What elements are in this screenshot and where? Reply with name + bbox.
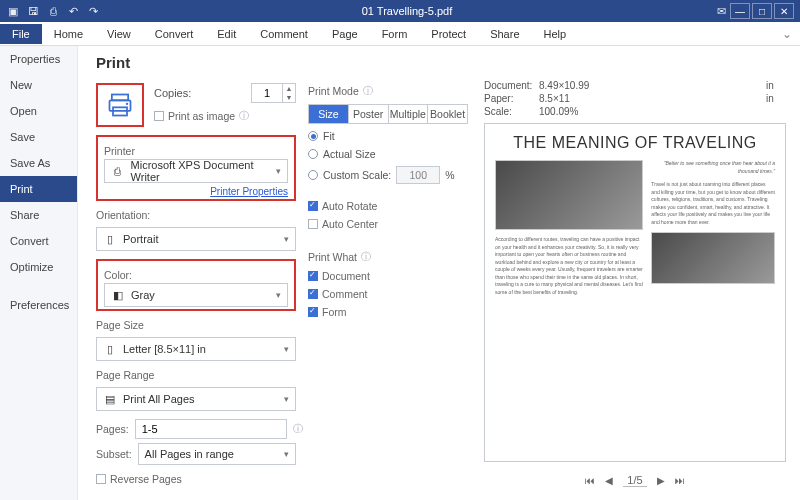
- preview-page-title: THE MEANING OF TRAVELING: [495, 134, 775, 152]
- save-icon[interactable]: 🖫: [26, 4, 40, 18]
- printer-properties-link[interactable]: Printer Properties: [104, 186, 288, 197]
- undo-icon[interactable]: ↶: [66, 4, 80, 18]
- paper-value: 8.5×11: [539, 93, 766, 104]
- scale-value: 100.09%: [539, 106, 766, 117]
- pagesize-value: Letter [8.5×11] in: [123, 343, 206, 355]
- preview-image-placeholder: [651, 232, 775, 284]
- radio-custom[interactable]: [308, 170, 318, 180]
- pw-form-label: Form: [322, 306, 347, 318]
- pager-first-icon[interactable]: ⏮: [585, 475, 595, 486]
- copies-input[interactable]: [252, 87, 282, 99]
- page-total: /5: [633, 474, 642, 486]
- copies-down-icon[interactable]: ▼: [283, 93, 295, 102]
- pager-last-icon[interactable]: ⏭: [675, 475, 685, 486]
- printer-section-highlight: Printer ⎙ Microsoft XPS Document Writer …: [96, 135, 296, 201]
- printer-label: Printer: [104, 145, 288, 157]
- menu-view[interactable]: View: [95, 24, 143, 44]
- auto-center-checkbox[interactable]: [308, 219, 318, 229]
- menu-page[interactable]: Page: [320, 24, 370, 44]
- maximize-button[interactable]: □: [752, 3, 772, 19]
- auto-center-label: Auto Center: [322, 218, 378, 230]
- tab-poster[interactable]: Poster: [349, 105, 389, 123]
- custom-scale-input[interactable]: [396, 166, 440, 184]
- pager-next-icon[interactable]: ▶: [657, 475, 665, 486]
- close-button[interactable]: ✕: [774, 3, 794, 19]
- tab-multiple[interactable]: Multiple: [389, 105, 429, 123]
- radio-fit[interactable]: [308, 131, 318, 141]
- printer-value: Microsoft XPS Document Writer: [131, 159, 281, 183]
- pager-prev-icon[interactable]: ◀: [605, 475, 613, 486]
- side-convert[interactable]: Convert: [0, 228, 77, 254]
- menu-share[interactable]: Share: [478, 24, 531, 44]
- side-saveas[interactable]: Save As: [0, 150, 77, 176]
- chevron-down-icon: ▾: [284, 394, 289, 404]
- info-icon[interactable]: ⓘ: [293, 422, 303, 436]
- custom-label: Custom Scale:: [323, 169, 391, 181]
- color-select[interactable]: ◧ Gray ▾: [104, 283, 288, 307]
- menu-convert[interactable]: Convert: [143, 24, 206, 44]
- pw-form-checkbox[interactable]: [308, 307, 318, 317]
- info-icon[interactable]: ⓘ: [363, 84, 373, 98]
- doc-label: Document:: [484, 80, 539, 91]
- copies-stepper[interactable]: ▲▼: [251, 83, 296, 103]
- auto-rotate-checkbox[interactable]: [308, 201, 318, 211]
- mail-icon[interactable]: ✉: [714, 4, 728, 18]
- menu-protect[interactable]: Protect: [419, 24, 478, 44]
- subset-value: All Pages in range: [145, 448, 234, 460]
- side-save[interactable]: Save: [0, 124, 77, 150]
- pages-label: Pages:: [96, 423, 129, 435]
- menu-edit[interactable]: Edit: [205, 24, 248, 44]
- reverse-pages-checkbox[interactable]: [96, 474, 106, 484]
- menu-comment[interactable]: Comment: [248, 24, 320, 44]
- pw-document-checkbox[interactable]: [308, 271, 318, 281]
- print-button[interactable]: [96, 83, 144, 127]
- pages-icon: ▤: [103, 392, 117, 406]
- titlebar: ▣ 🖫 ⎙ ↶ ↷ 01 Travelling-5.pdf ✉ — □ ✕: [0, 0, 800, 22]
- side-share[interactable]: Share: [0, 202, 77, 228]
- pagerange-value: Print All Pages: [123, 393, 195, 405]
- subset-label: Subset:: [96, 448, 132, 460]
- radio-actual[interactable]: [308, 149, 318, 159]
- file-sidebar: Properties New Open Save Save As Print S…: [0, 46, 78, 500]
- menu-help[interactable]: Help: [532, 24, 579, 44]
- menu-form[interactable]: Form: [370, 24, 420, 44]
- redo-icon[interactable]: ↷: [86, 4, 100, 18]
- orientation-select[interactable]: ▯ Portrait ▾: [96, 227, 296, 251]
- pages-input[interactable]: [135, 419, 287, 439]
- print-mode-label: Print Mode: [308, 85, 359, 97]
- fit-label: Fit: [323, 130, 335, 142]
- color-swatch-icon: ◧: [111, 288, 125, 302]
- copies-up-icon[interactable]: ▲: [283, 84, 295, 93]
- side-preferences[interactable]: Preferences: [0, 292, 77, 318]
- side-print[interactable]: Print: [0, 176, 77, 202]
- color-label: Color:: [104, 269, 288, 281]
- color-value: Gray: [131, 289, 155, 301]
- pw-comment-checkbox[interactable]: [308, 289, 318, 299]
- tab-booklet[interactable]: Booklet: [428, 105, 467, 123]
- info-icon[interactable]: ⓘ: [361, 250, 371, 264]
- menu-file[interactable]: File: [0, 24, 42, 44]
- side-properties[interactable]: Properties: [0, 46, 77, 72]
- subset-select[interactable]: All Pages in range ▾: [138, 443, 296, 465]
- collapse-ribbon-icon[interactable]: ⌄: [774, 27, 800, 41]
- minimize-button[interactable]: —: [730, 3, 750, 19]
- chevron-down-icon: ▾: [284, 344, 289, 354]
- print-icon[interactable]: ⎙: [46, 4, 60, 18]
- side-new[interactable]: New: [0, 72, 77, 98]
- chevron-down-icon: ▾: [276, 166, 281, 176]
- tab-size[interactable]: Size: [309, 105, 349, 123]
- preview-pager: ⏮ ◀ 1/5 ▶ ⏭: [484, 468, 786, 492]
- printer-small-icon: ⎙: [111, 164, 125, 178]
- printer-select[interactable]: ⎙ Microsoft XPS Document Writer ▾: [104, 159, 288, 183]
- side-optimize[interactable]: Optimize: [0, 254, 77, 280]
- pagesize-select[interactable]: ▯ Letter [8.5×11] in ▾: [96, 337, 296, 361]
- pagerange-select[interactable]: ▤ Print All Pages ▾: [96, 387, 296, 411]
- print-as-image-checkbox[interactable]: [154, 111, 164, 121]
- portrait-icon: ▯: [103, 232, 117, 246]
- auto-rotate-label: Auto Rotate: [322, 200, 377, 212]
- document-info: Document:8.49×10.99in Paper:8.5×11in Sca…: [484, 80, 786, 117]
- side-open[interactable]: Open: [0, 98, 77, 124]
- preview-image-placeholder: [495, 160, 643, 230]
- menu-home[interactable]: Home: [42, 24, 95, 44]
- info-icon[interactable]: ⓘ: [239, 109, 249, 123]
